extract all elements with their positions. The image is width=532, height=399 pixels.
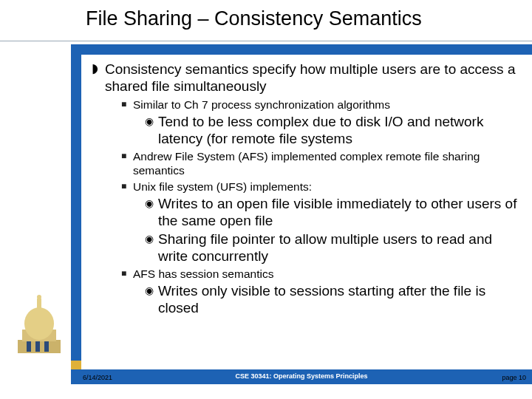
square-icon: ■ <box>121 98 133 112</box>
slide: File Sharing – Consistency Semantics ◗ C… <box>0 0 532 399</box>
svg-rect-3 <box>37 299 41 309</box>
sub-text: AFS has session semantics <box>133 267 273 281</box>
lens-icon: ◉ <box>145 231 158 265</box>
square-icon: ■ <box>121 267 133 281</box>
svg-rect-7 <box>44 341 49 352</box>
bullet-level1: ◗ Consistency semantics specify how mult… <box>92 61 520 95</box>
square-icon: ■ <box>121 149 133 177</box>
svg-point-4 <box>37 295 41 299</box>
svg-point-2 <box>24 307 54 340</box>
bullet-level3: ◉ Writes only visible to sessions starti… <box>145 282 520 316</box>
lens-icon: ◉ <box>145 195 158 229</box>
bullet-level2: ■ Andrew File System (AFS) implemented c… <box>121 149 520 177</box>
lens-icon: ◉ <box>145 282 158 316</box>
lens-icon: ◉ <box>145 113 158 147</box>
subsub-text: Sharing file pointer to allow multiple u… <box>158 231 520 265</box>
paragraph: Consistency semantics specify how multip… <box>105 61 520 95</box>
content-body: ◗ Consistency semantics specify how mult… <box>92 61 520 318</box>
dome-logo <box>13 294 65 355</box>
subsub-text: Writes to an open file visible immediate… <box>158 195 520 229</box>
bullet-level3: ◉ Writes to an open file visible immedia… <box>145 195 520 229</box>
sub-text: Andrew File System (AFS) implemented com… <box>133 149 520 177</box>
footer-course: CSE 30341: Operating Systems Principles <box>71 372 532 380</box>
arrow-icon: ◗ <box>92 61 105 95</box>
footer-page: page 10 <box>502 374 526 381</box>
footer-bar: CSE 30341: Operating Systems Principles <box>71 369 532 384</box>
svg-rect-6 <box>35 341 40 352</box>
bullet-level2: ■ Unix file system (UFS) implements: <box>121 180 520 194</box>
accent-bar-horizontal <box>71 44 532 55</box>
svg-rect-5 <box>27 341 31 352</box>
title-area: File Sharing – Consistency Semantics <box>0 0 532 49</box>
lead-term: Consistency semantics <box>105 61 248 77</box>
slide-title: File Sharing – Consistency Semantics <box>86 7 422 30</box>
bullet-level2: ■ AFS has session semantics <box>121 267 520 281</box>
sub-text: Similar to Ch 7 process synchronization … <box>133 98 390 112</box>
bullet-level2: ■ Similar to Ch 7 process synchronizatio… <box>121 98 520 112</box>
bullet-level3: ◉ Tend to be less complex due to disk I/… <box>145 113 520 147</box>
square-icon: ■ <box>121 180 133 194</box>
bullet-level3: ◉ Sharing file pointer to allow multiple… <box>145 231 520 265</box>
accent-bar-vertical <box>71 44 81 369</box>
sub-text: Unix file system (UFS) implements: <box>133 180 312 194</box>
subsub-text: Tend to be less complex due to disk I/O … <box>158 113 520 147</box>
subsub-text: Writes only visible to sessions starting… <box>158 282 520 316</box>
footer-date: 6/14/2021 <box>83 374 112 381</box>
